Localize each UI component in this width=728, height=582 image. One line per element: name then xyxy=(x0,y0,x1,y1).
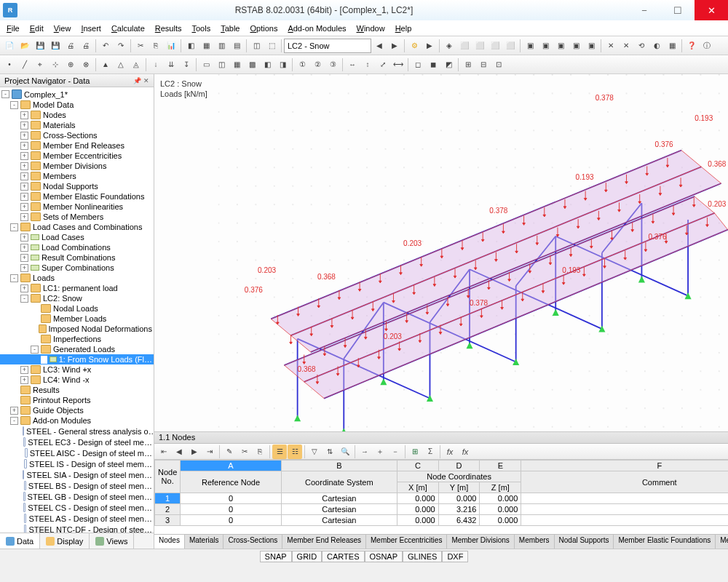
tree-item[interactable]: Printout Reports xyxy=(0,395,154,405)
saveall-icon[interactable]: 💾 xyxy=(48,39,63,53)
menu-file[interactable]: File xyxy=(1,23,25,34)
num3-icon[interactable]: ③ xyxy=(325,57,340,72)
tree-item[interactable]: +Member Nonlinearities xyxy=(0,202,154,212)
tree-item[interactable]: Imperfections xyxy=(0,334,154,344)
tree-item[interactable]: +Load Combinations xyxy=(0,242,154,252)
results-icon[interactable]: ⚙ xyxy=(407,39,422,53)
menu-calculate[interactable]: Calculate xyxy=(106,23,150,34)
tool-a[interactable]: ◧ xyxy=(183,39,198,53)
status-osnap[interactable]: OSNAP xyxy=(365,551,403,562)
num1-icon[interactable]: ① xyxy=(295,57,309,72)
tree-item[interactable]: STEEL NTC-DF - Design of stee… xyxy=(0,524,154,533)
menu-options[interactable]: Options xyxy=(245,23,282,34)
tree-item[interactable]: -LC2: Snow xyxy=(0,293,154,303)
node-icon[interactable]: • xyxy=(2,57,17,72)
table-ins-icon[interactable]: ＋ xyxy=(373,445,387,459)
sel4-icon[interactable]: ▩ xyxy=(245,57,259,72)
tree-item[interactable]: -Loads xyxy=(0,273,154,283)
tree-item[interactable]: Nodal Loads xyxy=(0,303,154,314)
table-fx2-icon[interactable]: fx xyxy=(458,445,472,459)
snap1-icon[interactable]: ⌖ xyxy=(33,57,47,72)
tool-c[interactable]: ▥ xyxy=(214,39,229,53)
tree-item[interactable]: -Generated Loads xyxy=(0,344,154,354)
status-cartes[interactable]: CARTES xyxy=(322,551,364,562)
tool-e[interactable]: ◫ xyxy=(249,39,264,53)
pin-icon[interactable]: 📌 ✕ xyxy=(133,77,149,84)
table-edit1-icon[interactable]: ✎ xyxy=(222,445,237,459)
menu-edit[interactable]: Edit xyxy=(25,23,49,34)
sel2-icon[interactable]: ◫ xyxy=(214,57,229,72)
status-glines[interactable]: GLINES xyxy=(403,551,442,562)
table-del-icon[interactable]: － xyxy=(388,445,403,459)
model-viewport[interactable]: LC2 : Snow Loads [kN/m] xyxy=(154,74,728,432)
grid-tab-member-elastic-foundations[interactable]: Member Elastic Foundations xyxy=(614,535,716,549)
tree-item[interactable]: STEEL AS - Design of steel men… xyxy=(0,513,154,524)
tree-item[interactable]: -Model Data xyxy=(0,100,154,110)
table-go-icon[interactable]: → xyxy=(357,445,372,459)
num2-icon[interactable]: ② xyxy=(310,57,325,72)
sel1-icon[interactable]: ▭ xyxy=(199,57,213,72)
tree-item[interactable]: +Member End Releases xyxy=(0,140,154,151)
table-calc-icon[interactable]: Σ xyxy=(423,445,438,459)
table-nav4-icon[interactable]: ⇥ xyxy=(202,445,217,459)
load2-icon[interactable]: ⇊ xyxy=(164,57,178,72)
tree-item[interactable]: +Nodes xyxy=(0,110,154,120)
tree-item[interactable]: STEEL BS - Design of steel men… xyxy=(0,480,154,491)
grid2-icon[interactable]: ⊟ xyxy=(476,57,491,72)
grid-tab-members[interactable]: Members xyxy=(515,535,555,549)
table-nav1-icon[interactable]: ⇤ xyxy=(157,445,171,459)
sel6-icon[interactable]: ◨ xyxy=(275,57,290,72)
info-icon[interactable]: ⓘ xyxy=(700,39,714,53)
tree-item[interactable]: STEEL AISC - Design of steel m… xyxy=(0,447,154,458)
grid1-icon[interactable]: ⊞ xyxy=(461,57,475,72)
sel5-icon[interactable]: ◧ xyxy=(260,57,274,72)
menu-tools[interactable]: Tools xyxy=(186,23,215,34)
calc-icon[interactable]: 📊 xyxy=(164,39,178,53)
tree-item[interactable]: STEEL CS - Design of steel men… xyxy=(0,502,154,513)
support1-icon[interactable]: ▲ xyxy=(98,57,113,72)
view1-icon[interactable]: ⬜ xyxy=(457,39,472,53)
support3-icon[interactable]: ◬ xyxy=(129,57,143,72)
tree-item[interactable]: +Nodal Supports xyxy=(0,181,154,191)
grid-tab-member-end-releases[interactable]: Member End Releases xyxy=(282,535,366,549)
tree-item[interactable]: STEEL - General stress analysis o… xyxy=(0,426,154,436)
load1-icon[interactable]: ↓ xyxy=(149,57,163,72)
table-fx-icon[interactable]: fx xyxy=(443,445,457,459)
module4-icon[interactable]: ▣ xyxy=(569,39,583,53)
tree-item[interactable]: 1: From Snow Loads (Fl… xyxy=(0,354,154,364)
menu-insert[interactable]: Insert xyxy=(76,23,106,34)
tree-item[interactable]: +Members xyxy=(0,171,154,181)
print-icon[interactable]: 🖨 xyxy=(63,39,78,53)
tool-d[interactable]: ▤ xyxy=(229,39,244,53)
grid-tab-member-nonlinearities[interactable]: Member Nonlinearities xyxy=(716,535,728,549)
dim4-icon[interactable]: ⟷ xyxy=(391,57,405,72)
view-iso-icon[interactable]: ◈ xyxy=(442,39,456,53)
render2-icon[interactable]: ◼ xyxy=(426,57,440,72)
menu-window[interactable]: Window xyxy=(352,23,390,34)
tree-item[interactable]: +Guide Objects xyxy=(0,405,154,415)
nav-tab-display[interactable]: Display xyxy=(40,533,90,549)
table-edit3-icon[interactable]: ⎘ xyxy=(253,445,267,459)
tree-item[interactable]: +Load Cases xyxy=(0,232,154,242)
tree-item[interactable]: +Result Combinations xyxy=(0,252,154,263)
snap2-icon[interactable]: ⊹ xyxy=(48,57,63,72)
print2-icon[interactable]: 🖨 xyxy=(79,39,93,53)
grid-tab-nodal-supports[interactable]: Nodal Supports xyxy=(555,535,614,549)
tree-item[interactable]: +Member Divisions xyxy=(0,161,154,171)
table-find-icon[interactable]: 🔍 xyxy=(338,445,352,459)
tree-item[interactable]: +Cross-Sections xyxy=(0,130,154,140)
help-icon[interactable]: ❓ xyxy=(684,39,699,53)
tree-item[interactable]: +Super Combinations xyxy=(0,263,154,273)
save-icon[interactable]: 💾 xyxy=(33,39,47,53)
view2-icon[interactable]: ⬜ xyxy=(472,39,487,53)
table-nav2-icon[interactable]: ◀ xyxy=(172,445,186,459)
combo-prev-icon[interactable]: ◀ xyxy=(372,39,387,53)
tree-item[interactable]: -Load Cases and Combinations xyxy=(0,222,154,232)
tree-item[interactable]: +Member Elastic Foundations xyxy=(0,191,154,202)
snap3-icon[interactable]: ⊕ xyxy=(63,57,78,72)
render3-icon[interactable]: ◩ xyxy=(441,57,456,72)
status-grid[interactable]: GRID xyxy=(292,551,323,562)
view4-icon[interactable]: ⬜ xyxy=(503,39,518,53)
table-excel-icon[interactable]: ⊞ xyxy=(408,445,422,459)
status-dxf[interactable]: DXF xyxy=(442,551,468,562)
